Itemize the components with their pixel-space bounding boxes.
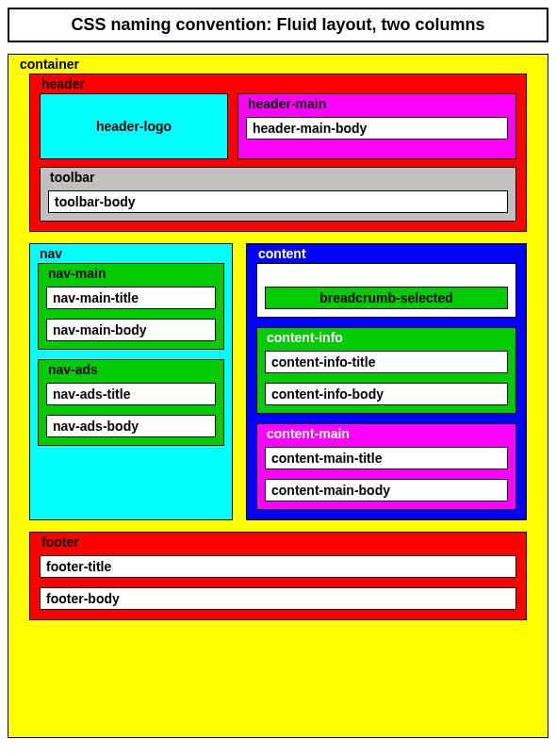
nav-main-body: nav-main-body: [46, 319, 216, 341]
header-logo: header-logo: [40, 93, 228, 159]
nav: nav nav-main nav-main-title nav-main-bod…: [29, 243, 233, 520]
toolbar-body: toolbar-body: [48, 190, 508, 213]
nav-label: nav: [38, 246, 224, 263]
header-main: header-main header-main-body: [237, 93, 516, 159]
header-label: header: [40, 76, 516, 93]
content-info-title: content-info-title: [265, 351, 508, 373]
content-info-label: content-info: [265, 330, 508, 347]
diagram-title: CSS naming convention: Fluid layout, two…: [8, 8, 548, 42]
nav-ads-body: nav-ads-body: [46, 415, 216, 437]
header-logo-label: header-logo: [96, 119, 172, 134]
footer-title: footer-title: [40, 555, 516, 578]
nav-main-label: nav-main: [46, 266, 216, 283]
container-label: container: [18, 57, 538, 74]
nav-ads: nav-ads nav-ads-title nav-ads-body: [38, 359, 224, 446]
breadcrumb-selected: breadcrumb-selected: [265, 287, 508, 309]
nav-ads-title: nav-ads-title: [46, 383, 216, 405]
header-main-body: header-main-body: [246, 117, 508, 140]
content-main-body: content-main-body: [265, 479, 508, 501]
content: content breadcrumb breadcrumb-selected c…: [246, 243, 527, 520]
content-main-title: content-main-title: [265, 447, 508, 469]
nav-ads-label: nav-ads: [46, 362, 216, 379]
footer-body: footer-body: [40, 587, 516, 610]
content-info-body: content-info-body: [265, 383, 508, 405]
content-main-label: content-main: [265, 426, 508, 443]
breadcrumb-label: breadcrumb: [265, 266, 508, 283]
header-main-label: header-main: [246, 96, 508, 113]
breadcrumb: breadcrumb breadcrumb-selected: [256, 263, 516, 318]
content-main: content-main content-main-title content-…: [256, 423, 516, 510]
footer-label: footer: [40, 534, 516, 551]
toolbar-label: toolbar: [48, 170, 508, 187]
content-label: content: [256, 246, 516, 263]
footer: footer footer-title footer-body: [29, 532, 527, 620]
nav-main: nav-main nav-main-title nav-main-body: [38, 263, 224, 350]
container: container header header-logo header-main…: [8, 54, 548, 738]
header: header header-logo header-main header-ma…: [29, 74, 527, 232]
toolbar: toolbar toolbar-body: [40, 167, 516, 222]
content-info: content-info content-info-title content-…: [256, 327, 516, 414]
nav-main-title: nav-main-title: [46, 287, 216, 309]
